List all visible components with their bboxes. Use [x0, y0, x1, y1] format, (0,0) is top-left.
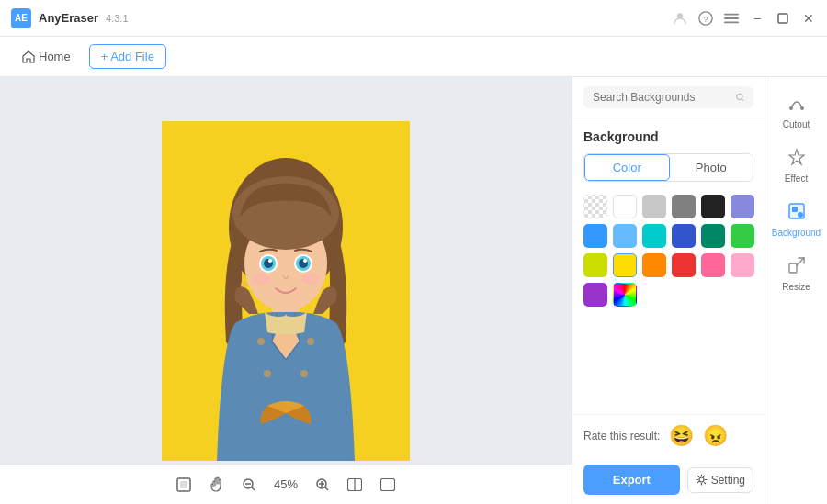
color-pink[interactable] — [701, 253, 725, 277]
bottom-toolbar: 45% — [0, 464, 572, 504]
svg-point-24 — [264, 370, 271, 377]
rate-label: Rate this result: — [583, 430, 660, 442]
right-panel: Background Color Photo — [572, 77, 765, 504]
app-name: AnyEraser — [39, 11, 98, 25]
color-darkblue[interactable] — [672, 224, 696, 248]
user-icon[interactable] — [673, 11, 687, 26]
color-yellow-selected[interactable] — [613, 253, 637, 277]
close-button[interactable]: ✕ — [801, 11, 816, 26]
split-view-button[interactable] — [347, 478, 362, 491]
tab-color[interactable]: Color — [584, 154, 670, 181]
color-lightpink[interactable] — [731, 253, 754, 277]
svg-rect-28 — [180, 481, 187, 488]
zoom-in-button[interactable] — [316, 478, 329, 491]
sidebar-item-background[interactable]: Background — [771, 195, 822, 245]
svg-point-26 — [300, 370, 308, 377]
main-content: 45% Background Color — [0, 77, 827, 504]
search-input[interactable] — [593, 91, 731, 104]
svg-point-15 — [268, 259, 272, 263]
setting-label: Setting — [711, 474, 745, 487]
color-yellow-green[interactable] — [583, 253, 607, 277]
export-row: Export Setting — [572, 457, 765, 504]
maximize-button[interactable] — [776, 11, 790, 26]
svg-line-48 — [797, 258, 804, 265]
add-file-button[interactable]: + Add File — [89, 44, 166, 69]
svg-point-46 — [798, 212, 803, 218]
color-orange[interactable] — [642, 253, 666, 277]
title-bar: AE AnyEraser 4.3.1 ? − ✕ — [0, 0, 827, 37]
color-white[interactable] — [613, 195, 637, 218]
resize-icon — [787, 256, 806, 279]
svg-point-21 — [301, 274, 320, 285]
background-label: Background — [772, 228, 821, 238]
zoom-level: 45% — [274, 477, 298, 491]
fullscreen-button[interactable] — [380, 478, 395, 491]
title-bar-right: ? − ✕ — [673, 11, 816, 26]
color-transparent[interactable] — [583, 195, 607, 218]
tab-photo[interactable]: Photo — [670, 154, 753, 181]
color-green[interactable] — [731, 224, 754, 248]
color-gray[interactable] — [672, 195, 696, 218]
emoji-happy[interactable]: 😆 — [669, 424, 694, 448]
hand-tool[interactable] — [210, 476, 224, 493]
svg-point-42 — [789, 106, 793, 110]
cutout-icon — [787, 94, 806, 117]
home-label: Home — [39, 50, 71, 63]
color-red[interactable] — [672, 253, 696, 277]
sidebar-item-resize[interactable]: Resize — [771, 249, 822, 299]
setting-button[interactable]: Setting — [687, 467, 753, 493]
effect-label: Effect — [785, 174, 808, 184]
svg-rect-38 — [381, 478, 395, 490]
resize-label: Resize — [782, 282, 810, 292]
export-button[interactable]: Export — [583, 465, 680, 495]
svg-rect-4 — [724, 17, 739, 19]
title-bar-left: AE AnyEraser 4.3.1 — [11, 8, 129, 28]
svg-line-40 — [742, 99, 743, 101]
svg-line-30 — [251, 487, 255, 490]
minimize-button[interactable]: − — [750, 11, 765, 26]
fit-button[interactable] — [176, 477, 191, 492]
image-svg — [162, 121, 410, 461]
svg-point-41 — [699, 477, 704, 482]
home-button[interactable]: Home — [15, 46, 78, 67]
color-blue[interactable] — [583, 224, 607, 248]
color-purple-light[interactable] — [731, 195, 754, 218]
svg-point-39 — [737, 94, 742, 99]
setting-icon — [696, 474, 708, 486]
canvas-image — [162, 121, 410, 461]
color-gradient[interactable] — [613, 283, 637, 307]
home-icon — [22, 50, 35, 63]
zoom-out-button[interactable] — [243, 478, 255, 491]
color-lightgray[interactable] — [642, 195, 666, 218]
sidebar-item-effect[interactable]: Effect — [771, 140, 822, 191]
svg-point-43 — [800, 106, 804, 110]
emoji-angry[interactable]: 😠 — [703, 424, 728, 448]
search-bar — [572, 77, 765, 118]
sidebar-item-cutout[interactable]: Cutout — [771, 86, 822, 137]
color-darkteal[interactable] — [701, 224, 725, 248]
panel-content: Background Color Photo — [572, 118, 765, 414]
color-lightblue[interactable] — [613, 224, 637, 248]
side-toolbar: Cutout Effect Background Resize — [765, 77, 827, 504]
svg-rect-45 — [792, 207, 798, 212]
svg-rect-5 — [724, 21, 739, 23]
app-version: 4.3.1 — [106, 13, 128, 24]
tab-row: Color Photo — [583, 153, 753, 182]
canvas-area: 45% — [0, 77, 572, 504]
svg-point-23 — [257, 338, 265, 345]
color-teal[interactable] — [642, 224, 666, 248]
rate-section: Rate this result: 😆 😠 — [572, 414, 765, 457]
color-violet[interactable] — [583, 283, 607, 307]
app-logo: AE — [11, 8, 31, 28]
svg-point-20 — [252, 274, 270, 285]
search-input-wrapper[interactable] — [583, 86, 753, 108]
svg-point-25 — [307, 338, 314, 345]
menu-icon[interactable] — [724, 11, 739, 26]
background-icon — [787, 202, 806, 225]
svg-rect-3 — [724, 13, 739, 15]
toolbar: Home + Add File — [0, 37, 827, 77]
cutout-label: Cutout — [783, 119, 810, 129]
help-icon[interactable]: ? — [698, 11, 713, 26]
color-black[interactable] — [701, 195, 725, 218]
color-grid — [583, 195, 753, 307]
